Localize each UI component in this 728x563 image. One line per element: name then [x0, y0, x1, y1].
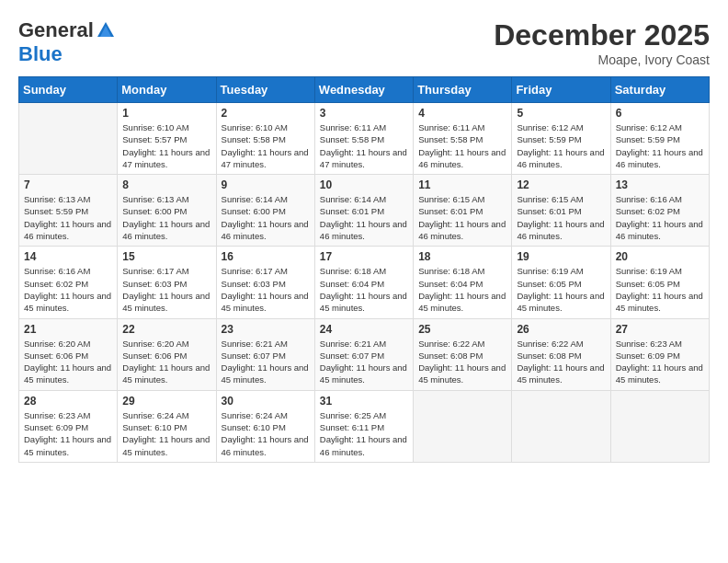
calendar-week-4: 21Sunrise: 6:20 AMSunset: 6:06 PMDayligh… [19, 318, 710, 390]
col-header-monday: Monday [118, 77, 216, 103]
day-info: Sunrise: 6:15 AMSunset: 6:01 PMDaylight:… [517, 193, 605, 242]
day-number: 20 [616, 250, 704, 263]
calendar-cell [610, 390, 709, 462]
calendar-cell: 22Sunrise: 6:20 AMSunset: 6:06 PMDayligh… [118, 318, 216, 390]
title-block: December 2025 Moape, Ivory Coast [494, 18, 710, 67]
calendar-table: SundayMondayTuesdayWednesdayThursdayFrid… [18, 76, 710, 463]
day-info: Sunrise: 6:18 AMSunset: 6:04 PMDaylight:… [320, 265, 408, 314]
day-info: Sunrise: 6:19 AMSunset: 6:05 PMDaylight:… [517, 265, 605, 314]
day-number: 9 [222, 178, 310, 191]
col-header-tuesday: Tuesday [216, 77, 314, 103]
day-number: 3 [320, 107, 408, 120]
col-header-wednesday: Wednesday [314, 77, 413, 103]
day-number: 30 [222, 395, 310, 408]
day-info: Sunrise: 6:22 AMSunset: 6:08 PMDaylight:… [418, 338, 506, 386]
day-number: 24 [320, 323, 408, 336]
logo: General Blue [18, 18, 116, 66]
day-number: 26 [517, 323, 605, 336]
day-number: 5 [517, 107, 605, 120]
day-number: 7 [24, 178, 112, 191]
day-info: Sunrise: 6:10 AMSunset: 5:58 PMDaylight:… [222, 121, 310, 170]
day-info: Sunrise: 6:20 AMSunset: 6:06 PMDaylight:… [122, 338, 210, 386]
day-info: Sunrise: 6:14 AMSunset: 6:00 PMDaylight:… [222, 193, 310, 242]
day-number: 27 [616, 323, 704, 336]
calendar-cell: 11Sunrise: 6:15 AMSunset: 6:01 PMDayligh… [414, 175, 512, 247]
day-info: Sunrise: 6:11 AMSunset: 5:58 PMDaylight:… [418, 121, 506, 170]
day-number: 4 [418, 107, 506, 120]
calendar-cell: 28Sunrise: 6:23 AMSunset: 6:09 PMDayligh… [19, 390, 118, 462]
day-number: 15 [122, 250, 210, 263]
day-info: Sunrise: 6:24 AMSunset: 6:10 PMDaylight:… [122, 409, 210, 458]
calendar-cell: 2Sunrise: 6:10 AMSunset: 5:58 PMDaylight… [216, 103, 314, 175]
day-info: Sunrise: 6:23 AMSunset: 6:09 PMDaylight:… [24, 409, 112, 458]
day-info: Sunrise: 6:14 AMSunset: 6:01 PMDaylight:… [320, 193, 408, 242]
calendar-cell: 25Sunrise: 6:22 AMSunset: 6:08 PMDayligh… [414, 318, 512, 390]
day-number: 14 [24, 250, 112, 263]
day-number: 28 [24, 395, 112, 408]
calendar-cell: 4Sunrise: 6:11 AMSunset: 5:58 PMDaylight… [414, 103, 512, 175]
day-info: Sunrise: 6:13 AMSunset: 6:00 PMDaylight:… [122, 193, 210, 242]
day-info: Sunrise: 6:25 AMSunset: 6:11 PMDaylight:… [320, 409, 408, 458]
calendar-cell: 20Sunrise: 6:19 AMSunset: 6:05 PMDayligh… [610, 247, 709, 318]
day-info: Sunrise: 6:18 AMSunset: 6:04 PMDaylight:… [418, 265, 506, 314]
location: Moape, Ivory Coast [494, 52, 710, 67]
logo-general: General [18, 18, 94, 42]
calendar-cell: 13Sunrise: 6:16 AMSunset: 6:02 PMDayligh… [610, 175, 709, 247]
col-header-friday: Friday [512, 77, 610, 103]
calendar-cell: 24Sunrise: 6:21 AMSunset: 6:07 PMDayligh… [314, 318, 413, 390]
day-info: Sunrise: 6:21 AMSunset: 6:07 PMDaylight:… [320, 338, 408, 386]
day-number: 18 [418, 250, 506, 263]
calendar-cell [512, 390, 610, 462]
day-number: 2 [222, 107, 310, 120]
day-number: 19 [517, 250, 605, 263]
calendar-cell: 7Sunrise: 6:13 AMSunset: 5:59 PMDaylight… [19, 175, 118, 247]
calendar-cell: 18Sunrise: 6:18 AMSunset: 6:04 PMDayligh… [414, 247, 512, 318]
day-number: 1 [122, 107, 210, 120]
day-info: Sunrise: 6:19 AMSunset: 6:05 PMDaylight:… [616, 265, 704, 314]
calendar-week-3: 14Sunrise: 6:16 AMSunset: 6:02 PMDayligh… [19, 247, 710, 318]
calendar-cell: 6Sunrise: 6:12 AMSunset: 5:59 PMDaylight… [610, 103, 709, 175]
day-info: Sunrise: 6:23 AMSunset: 6:09 PMDaylight:… [616, 338, 704, 386]
day-info: Sunrise: 6:10 AMSunset: 5:57 PMDaylight:… [122, 121, 210, 170]
day-info: Sunrise: 6:15 AMSunset: 6:01 PMDaylight:… [418, 193, 506, 242]
logo-icon [96, 20, 116, 40]
day-number: 6 [616, 107, 704, 120]
day-number: 10 [320, 178, 408, 191]
calendar-week-1: 1Sunrise: 6:10 AMSunset: 5:57 PMDaylight… [19, 103, 710, 175]
page-header: General Blue December 2025 Moape, Ivory … [18, 18, 710, 67]
day-number: 22 [122, 323, 210, 336]
calendar-cell: 9Sunrise: 6:14 AMSunset: 6:00 PMDaylight… [216, 175, 314, 247]
day-number: 12 [517, 178, 605, 191]
calendar-cell: 14Sunrise: 6:16 AMSunset: 6:02 PMDayligh… [19, 247, 118, 318]
col-header-thursday: Thursday [414, 77, 512, 103]
calendar-cell [19, 103, 118, 175]
day-info: Sunrise: 6:12 AMSunset: 5:59 PMDaylight:… [616, 121, 704, 170]
day-info: Sunrise: 6:21 AMSunset: 6:07 PMDaylight:… [222, 338, 310, 386]
day-number: 25 [418, 323, 506, 336]
calendar-header-row: SundayMondayTuesdayWednesdayThursdayFrid… [19, 77, 710, 103]
day-info: Sunrise: 6:13 AMSunset: 5:59 PMDaylight:… [24, 193, 112, 242]
calendar-cell: 26Sunrise: 6:22 AMSunset: 6:08 PMDayligh… [512, 318, 610, 390]
day-number: 17 [320, 250, 408, 263]
calendar-cell: 31Sunrise: 6:25 AMSunset: 6:11 PMDayligh… [314, 390, 413, 462]
day-number: 29 [122, 395, 210, 408]
calendar-cell: 12Sunrise: 6:15 AMSunset: 6:01 PMDayligh… [512, 175, 610, 247]
calendar-cell: 30Sunrise: 6:24 AMSunset: 6:10 PMDayligh… [216, 390, 314, 462]
day-number: 21 [24, 323, 112, 336]
calendar-cell: 15Sunrise: 6:17 AMSunset: 6:03 PMDayligh… [118, 247, 216, 318]
calendar-cell: 1Sunrise: 6:10 AMSunset: 5:57 PMDaylight… [118, 103, 216, 175]
calendar-cell: 19Sunrise: 6:19 AMSunset: 6:05 PMDayligh… [512, 247, 610, 318]
day-number: 11 [418, 178, 506, 191]
day-number: 13 [616, 178, 704, 191]
day-info: Sunrise: 6:17 AMSunset: 6:03 PMDaylight:… [222, 265, 310, 314]
calendar-cell: 16Sunrise: 6:17 AMSunset: 6:03 PMDayligh… [216, 247, 314, 318]
day-info: Sunrise: 6:12 AMSunset: 5:59 PMDaylight:… [517, 121, 605, 170]
col-header-saturday: Saturday [610, 77, 709, 103]
day-number: 16 [222, 250, 310, 263]
day-info: Sunrise: 6:20 AMSunset: 6:06 PMDaylight:… [24, 338, 112, 386]
calendar-cell: 21Sunrise: 6:20 AMSunset: 6:06 PMDayligh… [19, 318, 118, 390]
calendar-week-5: 28Sunrise: 6:23 AMSunset: 6:09 PMDayligh… [19, 390, 710, 462]
calendar-cell: 17Sunrise: 6:18 AMSunset: 6:04 PMDayligh… [314, 247, 413, 318]
calendar-week-2: 7Sunrise: 6:13 AMSunset: 5:59 PMDaylight… [19, 175, 710, 247]
calendar-cell: 27Sunrise: 6:23 AMSunset: 6:09 PMDayligh… [610, 318, 709, 390]
